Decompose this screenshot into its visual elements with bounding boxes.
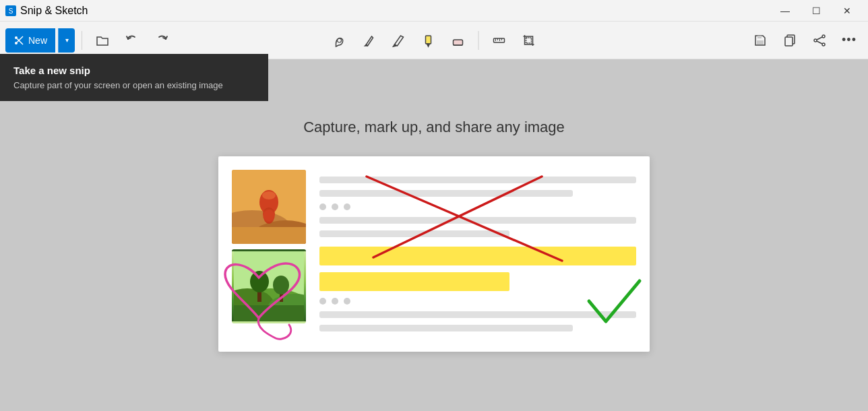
svg-point-33 — [250, 271, 269, 292]
copy-button[interactable] — [776, 27, 803, 54]
toolbar-center — [326, 27, 542, 54]
svg-rect-7 — [426, 36, 431, 44]
svg-rect-10 — [526, 38, 532, 43]
ballpoint-pen-icon — [362, 33, 377, 48]
toolbar-left: New ▾ — [5, 27, 175, 54]
pencil-button[interactable] — [385, 27, 412, 54]
svg-text:S: S — [9, 7, 13, 15]
highlighter-button[interactable] — [415, 27, 442, 54]
text-line-2 — [319, 190, 573, 197]
title-bar-left: S Snip & Sketch — [5, 5, 88, 17]
maximize-button[interactable]: ☐ — [801, 0, 832, 22]
folder-icon — [96, 34, 109, 47]
touch-write-icon — [332, 33, 347, 48]
new-dropdown-button[interactable]: ▾ — [58, 28, 75, 53]
app-icon: S — [5, 5, 16, 16]
svg-point-6 — [338, 38, 342, 42]
svg-point-15 — [822, 35, 825, 38]
svg-rect-8 — [454, 40, 463, 45]
svg-rect-14 — [785, 37, 793, 46]
illustration-inner — [218, 156, 650, 352]
share-button[interactable] — [806, 27, 833, 54]
green-thumbnail — [232, 249, 306, 323]
pencil-icon — [392, 33, 406, 48]
svg-point-17 — [814, 39, 817, 42]
highlight-bar-2 — [319, 272, 509, 291]
redo-icon — [155, 34, 168, 47]
ruler-button[interactable] — [486, 27, 513, 54]
tooltip-title: Take a new snip — [13, 65, 255, 76]
share-icon — [813, 34, 826, 47]
open-button[interactable] — [89, 27, 116, 54]
text-line-1 — [319, 177, 636, 183]
svg-rect-24 — [265, 213, 273, 218]
svg-point-16 — [822, 43, 825, 46]
text-line-6 — [319, 325, 573, 331]
text-line-5 — [319, 311, 636, 318]
more-button[interactable]: ••• — [836, 27, 863, 54]
dot-4 — [319, 298, 326, 305]
main-tagline: Capture, mark up, and share any image — [303, 119, 565, 136]
toolbar-right: ••• — [747, 27, 863, 54]
main-content: Capture, mark up, and share any image — [0, 59, 868, 411]
undo-button[interactable] — [119, 27, 146, 54]
dot-5 — [332, 298, 338, 305]
redo-button[interactable] — [148, 27, 175, 54]
new-button[interactable]: New — [5, 28, 55, 53]
svg-point-35 — [273, 276, 289, 294]
ballpoint-pen-button[interactable] — [356, 27, 383, 54]
separator-2 — [478, 31, 479, 50]
svg-rect-21 — [232, 227, 306, 244]
new-label: New — [28, 35, 47, 46]
svg-rect-9 — [494, 38, 505, 42]
title-bar-title: Snip & Sketch — [20, 5, 88, 17]
dot-1 — [319, 203, 326, 210]
desert-thumbnail — [232, 170, 306, 244]
dots-row — [319, 203, 636, 210]
separator-1 — [82, 31, 82, 50]
dots-row-2 — [319, 298, 636, 305]
illustration-card — [218, 156, 650, 352]
text-line-4 — [319, 230, 509, 237]
minimize-button[interactable]: — — [770, 0, 801, 22]
dot-2 — [332, 203, 338, 210]
illustration-images — [232, 170, 306, 338]
save-button[interactable] — [747, 27, 774, 54]
svg-rect-11 — [757, 36, 762, 38]
save-icon — [753, 34, 767, 47]
highlight-bar-1 — [319, 247, 636, 265]
text-line-3 — [319, 217, 636, 224]
dot-3 — [344, 203, 350, 210]
desert-svg — [232, 170, 306, 244]
svg-point-2 — [15, 36, 18, 39]
dot-6 — [344, 298, 350, 305]
crop-icon — [522, 33, 536, 48]
ruler-icon — [492, 33, 507, 48]
title-bar: S Snip & Sketch — ☐ ✕ — [0, 0, 868, 22]
tooltip-popup: Take a new snip Capture part of your scr… — [0, 54, 268, 101]
eraser-button[interactable] — [445, 27, 472, 54]
undo-icon — [125, 34, 139, 47]
tooltip-description: Capture part of your screen or open an e… — [13, 80, 255, 90]
scissors-icon — [13, 35, 24, 46]
eraser-icon — [451, 33, 466, 48]
svg-rect-12 — [757, 40, 764, 44]
crop-button[interactable] — [516, 27, 542, 54]
green-svg — [234, 251, 306, 323]
copy-icon — [783, 34, 797, 47]
close-button[interactable]: ✕ — [832, 0, 863, 22]
svg-rect-31 — [234, 305, 306, 323]
touch-write-button[interactable] — [326, 27, 353, 54]
highlighter-icon — [421, 33, 436, 48]
illustration-text-area — [319, 170, 636, 338]
more-icon: ••• — [842, 33, 857, 47]
svg-point-23 — [262, 191, 276, 199]
title-bar-controls: — ☐ ✕ — [770, 0, 863, 22]
svg-point-3 — [15, 42, 18, 44]
